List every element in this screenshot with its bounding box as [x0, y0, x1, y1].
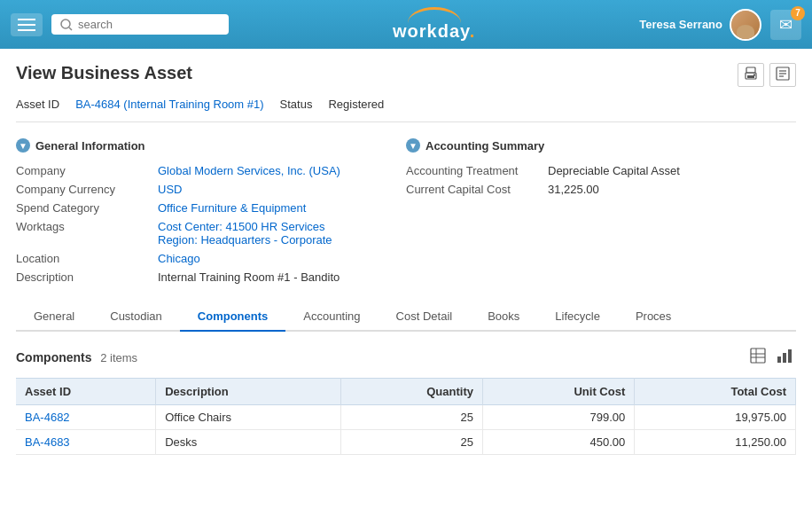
currency-label: Company Currency	[16, 180, 158, 199]
bar-chart-icon	[777, 348, 792, 364]
svg-point-0	[61, 20, 70, 28]
location-value[interactable]: Chicago	[158, 252, 200, 265]
capital-cost-label: Current Capital Cost	[406, 180, 548, 199]
accounting-summary-title: Accounting Summary	[426, 139, 544, 153]
avatar-image	[731, 11, 760, 39]
hamburger-line-3	[18, 29, 35, 31]
row1-asset-id[interactable]: BA-4682	[25, 411, 70, 424]
status-label: Status	[280, 98, 313, 111]
page-title: View Business Asset	[16, 63, 192, 83]
col-asset-id: Asset ID	[16, 379, 156, 405]
worktags-label: Worktags	[16, 217, 158, 249]
title-actions	[738, 63, 796, 87]
description-label: Description	[16, 268, 158, 286]
accounting-summary-section: ▼ Accounting Summary Accounting Treatmen…	[406, 138, 796, 286]
logo-text: workday.	[393, 21, 475, 42]
hamburger-line-1	[18, 19, 35, 20]
tab-lifecycle[interactable]: Lifecycle	[537, 302, 618, 332]
row2-unit-cost: 450.00	[482, 430, 634, 455]
worktag-1-value[interactable]: Cost Center: 41500 HR Services	[158, 220, 325, 233]
search-icon	[60, 19, 73, 31]
row1-total-cost: 19,975.00	[635, 405, 796, 430]
svg-rect-15	[783, 353, 786, 363]
spend-category-label: Spend Category	[16, 199, 158, 217]
tab-components[interactable]: Components	[180, 302, 285, 332]
tab-general[interactable]: General	[16, 302, 92, 332]
spend-category-value[interactable]: Office Furniture & Equipment	[158, 201, 306, 215]
svg-rect-14	[777, 356, 781, 363]
avatar[interactable]	[730, 9, 761, 41]
components-title: Components	[16, 350, 92, 364]
search-input[interactable]	[78, 18, 220, 31]
row2-description: Desks	[156, 430, 341, 455]
col-total-cost: Total Cost	[635, 379, 796, 405]
info-sections: ▼ General Information Company Global Mod…	[16, 138, 796, 286]
row2-quantity: 25	[340, 430, 482, 455]
hamburger-line-2	[18, 24, 35, 26]
info-row-treatment: Accounting Treatment Depreciable Capital…	[406, 161, 796, 180]
page-title-row: View Business Asset	[16, 63, 796, 87]
worktag-2-value[interactable]: Region: Headquarters - Corporate	[158, 233, 332, 247]
info-row-capital-cost: Current Capital Cost 31,225.00	[406, 180, 796, 199]
tab-custodian[interactable]: Custodian	[92, 302, 180, 332]
export-button[interactable]	[769, 63, 796, 87]
accounting-summary-toggle[interactable]: ▼	[406, 138, 420, 153]
table-row: BA-4683 Desks 25 450.00 11,250.00	[16, 430, 796, 455]
spreadsheet-icon	[750, 348, 766, 364]
components-actions	[746, 346, 796, 369]
components-header: Components 2 items	[16, 346, 796, 369]
location-label: Location	[16, 249, 158, 268]
capital-cost-value: 31,225.00	[548, 180, 796, 199]
svg-rect-16	[788, 349, 792, 363]
company-value[interactable]: Global Modern Services, Inc. (USA)	[158, 164, 340, 177]
general-info-title: General Information	[35, 139, 145, 153]
tab-proces[interactable]: Proces	[618, 302, 689, 332]
components-count: 2 items	[100, 351, 137, 364]
asset-meta: Asset ID BA-4684 (Internal Training Room…	[16, 98, 796, 122]
svg-rect-4	[747, 75, 754, 78]
components-export-button[interactable]	[746, 346, 769, 369]
description-value: Internal Training Room #1 - Bandito	[158, 268, 406, 286]
accounting-summary-table: Accounting Treatment Depreciable Capital…	[406, 161, 796, 199]
status-value: Registered	[328, 98, 384, 111]
components-table: Asset ID Description Quantity Unit Cost …	[16, 378, 796, 455]
general-info-toggle[interactable]: ▼	[16, 138, 30, 153]
col-unit-cost: Unit Cost	[482, 379, 634, 405]
col-description: Description	[156, 379, 341, 405]
accounting-summary-header: ▼ Accounting Summary	[406, 138, 796, 153]
components-title-area: Components 2 items	[16, 350, 137, 364]
notification-badge: 7	[791, 6, 805, 20]
svg-rect-2	[746, 67, 755, 73]
user-name: Teresa Serrano	[639, 18, 722, 31]
row2-asset-id[interactable]: BA-4683	[25, 435, 70, 449]
info-row-location: Location Chicago	[16, 249, 406, 268]
info-row-currency: Company Currency USD	[16, 180, 406, 199]
info-row-company: Company Global Modern Services, Inc. (US…	[16, 161, 406, 180]
general-info-table: Company Global Modern Services, Inc. (US…	[16, 161, 406, 286]
tab-cost-detail[interactable]: Cost Detail	[379, 302, 471, 332]
svg-line-1	[69, 27, 72, 30]
currency-value[interactable]: USD	[158, 183, 182, 196]
export-icon	[776, 67, 790, 81]
tab-books[interactable]: Books	[470, 302, 537, 332]
svg-rect-10	[751, 349, 765, 363]
row1-description: Office Chairs	[156, 405, 341, 430]
info-row-worktags: Worktags Cost Center: 41500 HR Services …	[16, 217, 406, 249]
row1-unit-cost: 799.00	[482, 405, 634, 430]
user-profile: Teresa Serrano	[639, 9, 761, 41]
asset-id-link[interactable]: BA-4684 (Internal Training Room #1)	[75, 98, 263, 111]
printer-icon	[744, 67, 758, 81]
components-chart-button[interactable]	[773, 346, 796, 369]
table-row: BA-4682 Office Chairs 25 799.00 19,975.0…	[16, 405, 796, 430]
company-label: Company	[16, 161, 158, 180]
print-button[interactable]	[738, 63, 764, 87]
general-info-section: ▼ General Information Company Global Mod…	[16, 138, 406, 286]
info-row-spend-category: Spend Category Office Furniture & Equipm…	[16, 199, 406, 217]
notification-button[interactable]: ✉ 7	[770, 10, 801, 40]
treatment-value: Depreciable Capital Asset	[548, 161, 796, 180]
tab-accounting[interactable]: Accounting	[285, 302, 378, 332]
app-header: workday. Teresa Serrano ✉ 7	[0, 0, 812, 49]
menu-button[interactable]	[11, 13, 43, 36]
asset-id-label: Asset ID	[16, 98, 59, 111]
bell-icon: ✉	[779, 15, 792, 35]
